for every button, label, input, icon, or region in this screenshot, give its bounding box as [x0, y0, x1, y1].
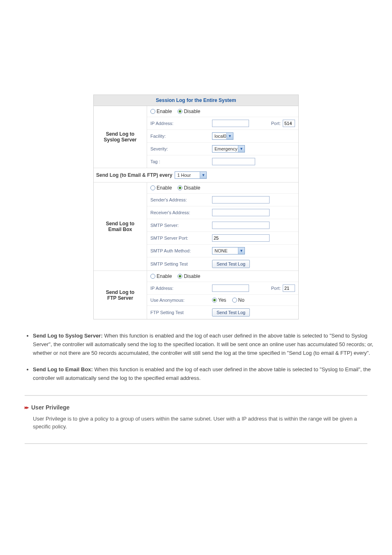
label-syslog-tag: Tag : — [150, 159, 212, 164]
label-smtp-port: SMTP Server Port: — [150, 236, 212, 240]
explanation-list: Send Log to Syslog Server: When this fun… — [16, 332, 376, 383]
select-syslog-facility[interactable]: local0 ▼ — [212, 132, 233, 140]
radio-anon-yes[interactable]: Yes — [212, 297, 226, 303]
btn-smtp-test[interactable]: Send Test Log — [212, 260, 250, 268]
section-title: User Privilege — [31, 404, 69, 411]
label-interval: Send Log (to Email & FTP) every — [96, 172, 172, 178]
chevron-down-icon: ▼ — [200, 172, 206, 178]
input-ftp-port[interactable] — [283, 284, 295, 292]
label-syslog-severity: Severity: — [150, 146, 212, 151]
radio-syslog-enable[interactable]: Enable — [150, 109, 172, 114]
input-email-receiver[interactable] — [212, 209, 270, 216]
input-smtp-server[interactable] — [212, 222, 270, 229]
divider — [25, 443, 367, 444]
radio-ftp-disable[interactable]: Disable — [178, 273, 200, 279]
section-ftp: Send Log to FTP Server Enable Disable IP… — [94, 271, 298, 319]
label-smtp-test: SMTP Setting Test — [150, 261, 212, 266]
section-header-user-privilege: ▸▸ User Privilege — [25, 404, 376, 411]
chevron-down-icon: ▼ — [238, 247, 244, 254]
chevron-right-icon: ▸▸ — [25, 405, 28, 410]
section-email-label: Send Log to Email Box — [94, 183, 147, 271]
chevron-down-icon: ▼ — [238, 146, 244, 152]
input-email-sender[interactable] — [212, 196, 270, 204]
label-smtp-server: SMTP Server: — [150, 223, 212, 228]
label-syslog-facility: Facility: — [150, 134, 212, 139]
radio-syslog-disable[interactable]: Disable — [178, 109, 200, 114]
section-ftp-label: Send Log to FTP Server — [94, 271, 147, 319]
label-ftp-port: Port: — [271, 286, 281, 291]
label-smtp-auth: SMTP Auth Method: — [150, 248, 212, 253]
radio-email-enable[interactable]: Enable — [150, 185, 172, 191]
label-syslog-port: Port: — [271, 121, 281, 126]
row-ftp-enable: Enable Disable — [147, 271, 298, 282]
label-email-receiver: Receiver's Address: — [150, 210, 212, 215]
divider — [25, 395, 367, 396]
radio-email-disable[interactable]: Disable — [178, 185, 200, 191]
radio-ftp-enable[interactable]: Enable — [150, 273, 172, 279]
section-syslog: Send Log to Syslog Server Enable Disable… — [94, 106, 298, 168]
label-syslog-ip: IP Address: — [150, 121, 212, 126]
label-ftp-anon: Use Anonymous: — [150, 298, 212, 303]
row-email-enable: Enable Disable — [147, 183, 298, 194]
chevron-down-icon: ▼ — [226, 133, 233, 139]
input-smtp-port[interactable] — [212, 234, 270, 242]
row-interval: Send Log (to Email & FTP) every 1 Hour ▼ — [94, 168, 298, 183]
select-syslog-severity[interactable]: Emergency ▼ — [212, 145, 245, 153]
row-syslog-enable: Enable Disable — [147, 106, 298, 117]
select-interval[interactable]: 1 Hour ▼ — [175, 171, 207, 179]
label-ftp-test: FTP Setting Test — [150, 310, 212, 315]
section-syslog-label: Send Log to Syslog Server — [94, 106, 147, 168]
select-smtp-auth[interactable]: NONE ▼ — [212, 247, 245, 254]
label-ftp-ip: IP Address: — [150, 286, 212, 291]
session-log-table: Session Log for the Entire System Send L… — [93, 95, 299, 319]
label-email-sender: Sender's Address: — [150, 197, 212, 202]
table-title: Session Log for the Entire System — [94, 95, 298, 106]
input-syslog-tag[interactable] — [212, 158, 255, 165]
explain-item-syslog: Send Log to Syslog Server: When this fun… — [33, 332, 376, 357]
explain-item-email: Send Log to Email Box: When this functio… — [33, 365, 376, 383]
btn-ftp-test[interactable]: Send Test Log — [212, 308, 250, 317]
section-email: Send Log to Email Box Enable Disable Sen… — [94, 183, 298, 271]
input-syslog-ip[interactable] — [212, 120, 249, 127]
input-syslog-port[interactable] — [283, 120, 295, 127]
section-desc: User Privilege is to give a policy to a … — [33, 415, 367, 431]
radio-anon-no[interactable]: No — [232, 297, 244, 303]
input-ftp-ip[interactable] — [212, 284, 249, 292]
